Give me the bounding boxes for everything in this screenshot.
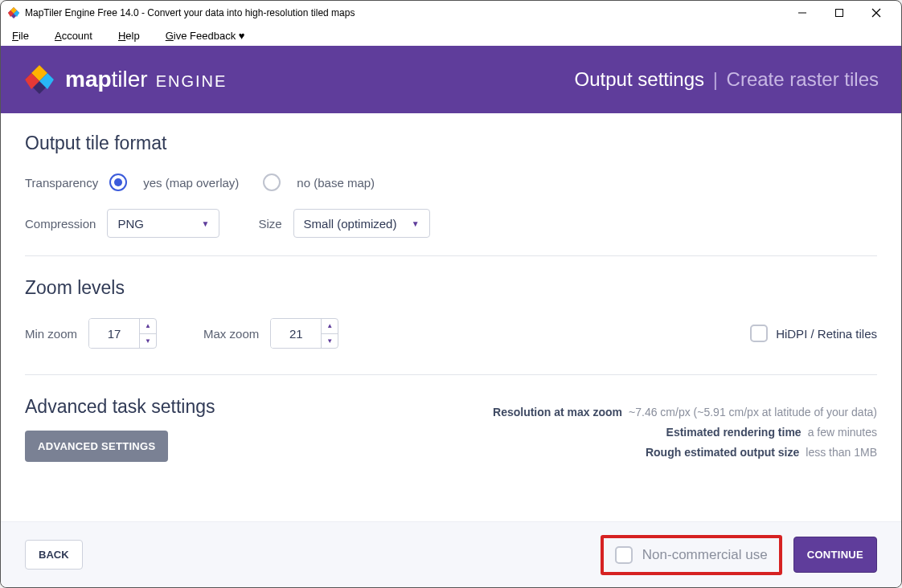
divider — [25, 255, 877, 256]
page-title: Output settings | Create raster tiles — [575, 68, 879, 91]
menu-feedback[interactable]: Give Feedback ♥ — [166, 30, 245, 42]
transparency-yes-radio[interactable] — [109, 174, 127, 191]
stat-size-key: Rough estimated output size — [646, 446, 799, 459]
max-zoom-input[interactable]: ▲ ▼ — [270, 318, 338, 349]
section-zoom-title: Zoom levels — [25, 277, 877, 299]
max-zoom-up[interactable]: ▲ — [322, 319, 338, 333]
brand: maptiler ENGINE — [23, 63, 575, 96]
min-zoom-field[interactable] — [89, 319, 139, 348]
page-header: maptiler ENGINE Output settings | Create… — [1, 46, 901, 113]
hidpi-label: HiDPI / Retina tiles — [776, 327, 877, 341]
titlebar: MapTiler Engine Free 14.0 - Convert your… — [1, 1, 901, 25]
min-zoom-label: Min zoom — [25, 327, 77, 341]
min-zoom-input[interactable]: ▲ ▼ — [88, 318, 157, 349]
stat-time-val: a few minutes — [808, 426, 877, 439]
zoom-row: Min zoom ▲ ▼ Max zoom ▲ ▼ HiDPI / Retina — [25, 318, 877, 349]
max-zoom-down[interactable]: ▼ — [322, 333, 338, 349]
max-zoom-field[interactable] — [271, 319, 321, 348]
advanced-row: Advanced task settings ADVANCED SETTINGS… — [25, 396, 877, 463]
max-zoom-label: Max zoom — [203, 327, 259, 341]
menubar: File Account Help Give Feedback ♥ — [1, 25, 901, 46]
close-button[interactable] — [858, 1, 895, 25]
minimize-button[interactable] — [784, 1, 821, 25]
stat-resolution-key: Resolution at max zoom — [493, 406, 622, 419]
hidpi-group: HiDPI / Retina tiles — [750, 325, 877, 342]
size-label: Size — [258, 217, 281, 231]
compression-label: Compression — [25, 217, 96, 231]
brand-text: maptiler ENGINE — [65, 67, 227, 92]
menu-file[interactable]: File — [12, 30, 29, 42]
content: Output tile format Transparency yes (map… — [1, 113, 901, 521]
advanced-settings-button[interactable]: ADVANCED SETTINGS — [25, 431, 168, 462]
hidpi-checkbox[interactable] — [750, 325, 768, 342]
compression-select[interactable]: PNG ▼ — [107, 209, 219, 238]
section-output-format-title: Output tile format — [25, 133, 877, 154]
brand-logo-icon — [23, 63, 55, 96]
menu-help[interactable]: Help — [118, 30, 140, 42]
min-zoom-up[interactable]: ▲ — [140, 319, 156, 333]
maximize-button[interactable] — [821, 1, 858, 25]
transparency-no-radio[interactable] — [263, 174, 281, 191]
non-commercial-checkbox[interactable] — [615, 546, 633, 564]
back-button[interactable]: BACK — [25, 540, 83, 570]
transparency-label: Transparency — [25, 176, 98, 190]
svg-rect-5 — [836, 10, 843, 17]
footer: BACK Non-commercial use CONTINUE — [1, 521, 901, 587]
continue-button[interactable]: CONTINUE — [793, 537, 877, 573]
size-select[interactable]: Small (optimized) ▼ — [293, 209, 430, 238]
app-window: MapTiler Engine Free 14.0 - Convert your… — [0, 0, 902, 588]
menu-account[interactable]: Account — [55, 30, 92, 42]
window-controls — [784, 1, 895, 25]
stats: Resolution at max zoom~7.46 cm/px (~5.91… — [493, 402, 877, 463]
section-advanced-title: Advanced task settings — [25, 396, 215, 418]
window-title: MapTiler Engine Free 14.0 - Convert your… — [25, 7, 784, 18]
non-commercial-highlight: Non-commercial use — [601, 535, 782, 575]
app-icon — [7, 6, 20, 19]
caret-down-icon: ▼ — [412, 219, 420, 228]
transparency-yes-label: yes (map overlay) — [143, 176, 239, 190]
stat-size-val: less than 1MB — [806, 446, 877, 459]
transparency-row: Transparency yes (map overlay) no (base … — [25, 174, 877, 191]
divider — [25, 374, 877, 375]
stat-time-key: Estimated rendering time — [666, 426, 802, 439]
compression-row: Compression PNG ▼ Size Small (optimized)… — [25, 209, 877, 238]
caret-down-icon: ▼ — [201, 219, 209, 228]
min-zoom-down[interactable]: ▼ — [140, 333, 156, 349]
non-commercial-label: Non-commercial use — [642, 547, 768, 563]
stat-resolution-val: ~7.46 cm/px (~5.91 cm/px at latitude of … — [629, 406, 877, 419]
transparency-no-label: no (base map) — [297, 176, 375, 190]
